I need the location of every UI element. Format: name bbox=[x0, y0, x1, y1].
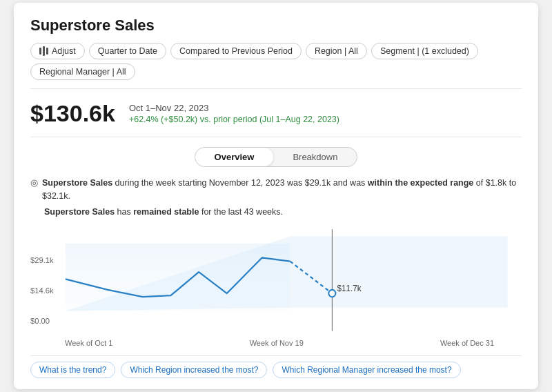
x-axis-labels: Week of Oct 1 Week of Nov 19 Week of Dec… bbox=[30, 339, 522, 347]
insight-section: ◎ Superstore Sales during the week start… bbox=[30, 177, 522, 218]
adjust-button[interactable]: Adjust bbox=[30, 43, 85, 59]
tab-breakdown[interactable]: Breakdown bbox=[273, 148, 357, 166]
svg-text:$14.6k: $14.6k bbox=[30, 286, 54, 295]
metric-period: Oct 1–Nov 22, 2023 bbox=[129, 103, 339, 113]
quick-links: What is the trend? Which Region increase… bbox=[30, 355, 522, 378]
svg-text:$11.7k: $11.7k bbox=[337, 284, 361, 293]
svg-point-4 bbox=[328, 290, 335, 297]
chart-svg: $29.1k $14.6k $0.00 $11.7k bbox=[30, 226, 522, 336]
metric-details: Oct 1–Nov 22, 2023 +62.4% (+$50.2k) vs. … bbox=[129, 100, 339, 124]
metric-section: $130.6k Oct 1–Nov 22, 2023 +62.4% (+$50.… bbox=[30, 100, 522, 137]
tab-overview[interactable]: Overview bbox=[195, 148, 274, 166]
chart-area: $29.1k $14.6k $0.00 $11.7k bbox=[30, 226, 522, 336]
filter-bar: Adjust Quarter to Date Compared to Previ… bbox=[30, 43, 522, 89]
insight-icon: ◎ bbox=[30, 177, 38, 188]
adjust-icon bbox=[39, 46, 48, 56]
svg-text:$0.00: $0.00 bbox=[30, 317, 50, 325]
x-label-oct: Week of Oct 1 bbox=[65, 339, 113, 347]
metric-value: $130.6k bbox=[30, 100, 115, 127]
region-filter[interactable]: Region | All bbox=[306, 43, 367, 59]
insight-main-text: Superstore Sales during the week startin… bbox=[42, 177, 522, 203]
quarter-filter[interactable]: Quarter to Date bbox=[89, 43, 166, 59]
svg-text:$29.1k: $29.1k bbox=[30, 255, 54, 264]
quick-link-trend[interactable]: What is the trend? bbox=[30, 362, 115, 378]
compared-filter[interactable]: Compared to Previous Period bbox=[170, 43, 302, 59]
metric-change: +62.4% (+$50.2k) vs. prior period (Jul 1… bbox=[129, 115, 339, 124]
regional-manager-filter[interactable]: Regional Manager | All bbox=[30, 63, 135, 80]
tab-group: Overview Breakdown bbox=[195, 147, 358, 167]
quick-link-manager[interactable]: Which Regional Manager increased the mos… bbox=[273, 362, 460, 378]
x-label-dec: Week of Dec 31 bbox=[440, 339, 494, 347]
x-label-nov: Week of Nov 19 bbox=[250, 339, 304, 347]
tab-row: Overview Breakdown bbox=[30, 147, 522, 167]
insight-main: ◎ Superstore Sales during the week start… bbox=[30, 177, 522, 203]
segment-filter[interactable]: Segment | (1 excluded) bbox=[371, 43, 478, 59]
main-card: Superstore Sales Adjust Quarter to Date … bbox=[14, 3, 538, 389]
insight-stable-text: Superstore Sales has remained stable for… bbox=[44, 206, 522, 219]
page-title: Superstore Sales bbox=[30, 17, 522, 35]
quick-link-region[interactable]: Which Region increased the most? bbox=[121, 362, 267, 378]
